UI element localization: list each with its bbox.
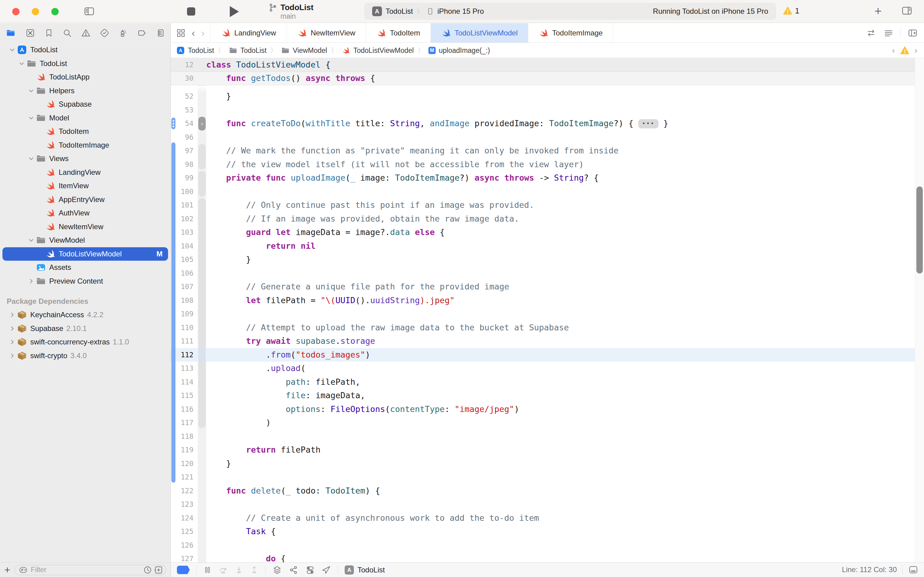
breadcrumb-segment[interactable]: M uploadImage(_:)	[428, 46, 490, 55]
project-navigator-icon[interactable]	[5, 28, 16, 38]
line-number[interactable]: 124	[171, 514, 198, 522]
sidebar-item-viewmodel[interactable]: ViewModel	[0, 234, 171, 247]
code-line-110[interactable]: 110 // Attempt to upload the raw image d…	[171, 321, 915, 335]
sidebar-item-itemview[interactable]: ItemView	[0, 179, 171, 193]
issues-navigator-icon[interactable]	[81, 28, 90, 38]
sidebar-toggle-icon[interactable]	[83, 6, 95, 16]
disclosure-closed-icon[interactable]	[7, 312, 17, 318]
source-editor[interactable]: 52 } 53 54 func createToDo(withTitle tit…	[171, 58, 924, 562]
disclosure-closed-icon[interactable]	[7, 353, 17, 359]
line-number[interactable]: 53	[171, 106, 198, 114]
scrollbar-thumb[interactable]	[916, 187, 923, 274]
editor-scrollbar[interactable]	[915, 58, 924, 562]
related-items-icon[interactable]	[176, 28, 185, 38]
debug-process[interactable]: A TodoList	[344, 566, 385, 575]
sidebar-divider[interactable]	[171, 23, 171, 577]
sidebar-item-appentryview[interactable]: AppEntryView	[0, 193, 171, 206]
disclosure-closed-icon[interactable]	[7, 339, 17, 345]
breakpoints-navigator-icon[interactable]	[137, 28, 147, 38]
source-control-navigator-icon[interactable]	[25, 28, 35, 38]
disclosure-closed-icon[interactable]	[26, 278, 36, 284]
inspector-toggle-icon[interactable]	[901, 5, 913, 16]
package-item-keychainaccess[interactable]: KeychainAccess 4.2.2	[0, 308, 171, 322]
code-line-115[interactable]: 115 file: imageData,	[171, 389, 915, 403]
sidebar-item-supabase[interactable]: Supabase	[0, 97, 171, 111]
sidebar-item-model[interactable]: Model	[0, 111, 171, 125]
disclosure-open-icon[interactable]	[7, 47, 17, 53]
sidebar-item-assets[interactable]: Assets	[0, 261, 171, 274]
adjust-editor-icon[interactable]	[883, 28, 894, 38]
code-line-107[interactable]: 107 // Generate a unique file path for t…	[171, 280, 915, 294]
sidebar-item-views[interactable]: Views	[0, 152, 171, 166]
package-item-swift-concurrency-extras[interactable]: swift-concurrency-extras 1.1.0	[0, 335, 171, 349]
disclosure-open-icon[interactable]	[26, 237, 36, 243]
code-line-114[interactable]: 114 path: filePath,	[171, 375, 915, 389]
code-line-97[interactable]: 97 // We mark the function as "private" …	[171, 144, 915, 158]
change-bar[interactable]	[171, 142, 175, 483]
code-line-124[interactable]: 124 // Create a unit of asynchronous wor…	[171, 511, 915, 525]
issue-warning-icon[interactable]	[900, 46, 910, 55]
tests-navigator-icon[interactable]	[100, 28, 109, 38]
code-line-53[interactable]: 53	[171, 103, 915, 117]
tab-todoitem[interactable]: TodoItem	[366, 23, 431, 42]
reports-navigator-icon[interactable]	[156, 28, 165, 38]
line-number[interactable]: 30	[171, 74, 198, 82]
code-line-116[interactable]: 116 options: FileOptions(contentType: "i…	[171, 403, 915, 416]
new-tab-button[interactable]: +	[874, 4, 882, 18]
code-line-109[interactable]: 109	[171, 307, 915, 321]
filter-input[interactable]: Filter	[14, 565, 166, 575]
code-line-119[interactable]: 119 return filePath	[171, 443, 915, 457]
prev-issue-icon[interactable]: ‹	[892, 45, 895, 55]
code-line-101[interactable]: 101 // Only continue past this point if …	[171, 198, 915, 212]
disclosure-closed-icon[interactable]	[7, 326, 17, 332]
tab-landingview[interactable]: LandingView	[211, 23, 287, 42]
scheme-device-name[interactable]: iPhone 15 Pro	[437, 7, 484, 16]
code-line-103[interactable]: 103 guard let imageData = image?.data el…	[171, 226, 915, 239]
add-editor-icon[interactable]	[908, 28, 918, 38]
breadcrumb-segment[interactable]: TodoList	[228, 45, 267, 55]
code-line-117[interactable]: 117 )	[171, 416, 915, 430]
breakpoints-toggle[interactable]	[177, 566, 190, 574]
sidebar-item-todoitemimage[interactable]: TodoItemImage	[0, 139, 171, 152]
sidebar-item-landingview[interactable]: LandingView	[0, 166, 171, 179]
code-line-111[interactable]: 111 try await supabase.storage	[171, 334, 915, 348]
code-line-30[interactable]: 30 func getTodos() async throws {	[171, 72, 924, 85]
source-control-summary[interactable]: TodoList main	[268, 2, 314, 20]
sidebar-item-todolist[interactable]: TodoList	[0, 43, 171, 57]
code-line-125[interactable]: 125 Task {	[171, 525, 915, 538]
run-button[interactable]	[230, 6, 239, 17]
forward-button[interactable]: ›	[201, 27, 204, 39]
package-item-swift-crypto[interactable]: swift-crypto 3.4.0	[0, 349, 171, 363]
tab-todoitemimage[interactable]: TodoItemImage	[528, 23, 613, 42]
code-line-100[interactable]: 100	[171, 185, 915, 199]
code-line-126[interactable]: 126	[171, 538, 915, 552]
code-line-127[interactable]: 127 do {	[171, 552, 915, 562]
code-line-99[interactable]: 99 private func uploadImage(_ image: Tod…	[171, 171, 915, 185]
code-line-122[interactable]: 122 func delete(_ todo: TodoItem) {	[171, 484, 915, 498]
code-line-96[interactable]: 96	[171, 131, 915, 144]
line-number[interactable]: 96	[171, 133, 198, 141]
code-fold-chip[interactable]: •••	[638, 119, 658, 128]
tab-todolistviewmodel[interactable]: TodoListViewModel	[431, 23, 528, 42]
scheme-selector[interactable]: A TodoList 〉 iPhone 15 Pro Running TodoL…	[364, 3, 776, 20]
code-line-113[interactable]: 113 .upload(	[171, 361, 915, 375]
sidebar-item-todolist[interactable]: TodoList	[0, 57, 171, 71]
recent-icon[interactable]	[143, 566, 152, 574]
stop-button[interactable]	[187, 7, 195, 16]
code-line-120[interactable]: 120 }	[171, 457, 915, 471]
tab-newitemview[interactable]: NewItemView	[287, 23, 366, 42]
find-navigator-icon[interactable]	[63, 28, 72, 38]
code-line-108[interactable]: 108 let filePath = "\(UUID().uuidString)…	[171, 294, 915, 308]
warning-badge[interactable]: 1	[783, 6, 799, 15]
line-number[interactable]: 126	[171, 541, 198, 549]
sidebar-item-newitemview[interactable]: NewItemView	[0, 220, 171, 234]
bookmarks-navigator-icon[interactable]	[45, 28, 53, 38]
line-number[interactable]: 127	[171, 555, 198, 562]
simulate-location-icon[interactable]	[322, 566, 331, 575]
code-line-12[interactable]: 12 class TodoListViewModel {	[171, 58, 924, 72]
debug-navigator-icon[interactable]	[119, 28, 128, 38]
breadcrumb-segment[interactable]: ViewModel	[280, 45, 327, 55]
add-button[interactable]: +	[4, 564, 10, 576]
code-line-54[interactable]: 54 func createToDo(withTitle title: Stri…	[171, 117, 915, 131]
collapsed-code-indicator[interactable]: ›	[198, 117, 206, 131]
